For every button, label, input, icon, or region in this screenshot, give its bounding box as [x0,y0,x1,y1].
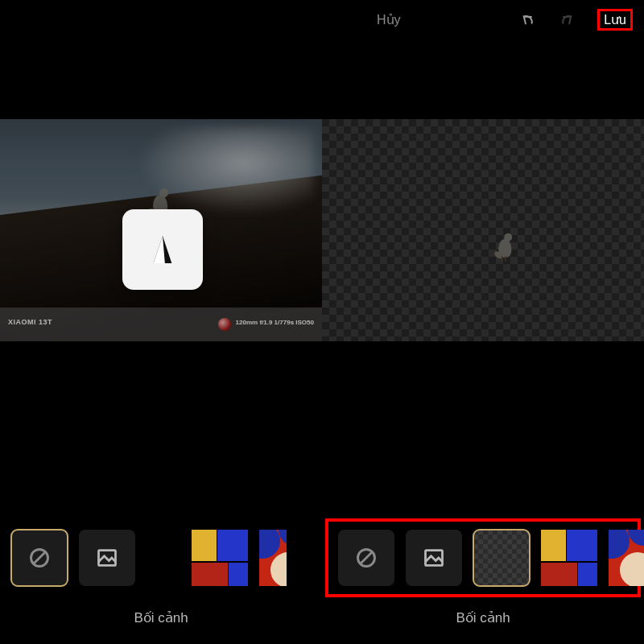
swatch-circles[interactable] [609,530,644,586]
save-button[interactable]: Lưu [599,10,631,29]
photo-preview: XIAOMI 13T 120mm f/1.9 1/779s ISO50 [0,119,322,341]
bird-cutout [494,230,519,261]
swatch-image[interactable] [406,530,462,586]
top-bar: Hủy Lưu [322,0,644,39]
swatch-circles[interactable] [259,530,287,586]
editor-screen-right: Hủy Lưu [322,0,644,644]
svg-line-1 [34,552,45,564]
transparent-checker [322,119,644,341]
watermark-exif: 120mm f/1.9 1/779s ISO50 [236,319,314,326]
metronome-icon [149,233,176,266]
swatch-color-blocks[interactable] [541,530,597,586]
cutout-preview [322,119,644,341]
none-icon [355,547,378,569]
editor-screen-left: XIAOMI 13T 120mm f/1.9 1/779s ISO50 [0,0,322,644]
undo-icon[interactable] [518,10,536,28]
swatch-transparent[interactable] [473,530,530,586]
section-label: Bối cảnh [322,609,644,626]
svg-line-4 [361,552,372,564]
cancel-button[interactable]: Hủy [377,12,401,27]
redo-icon[interactable] [559,10,576,28]
background-swatch-row [11,525,287,591]
swatch-color-blocks[interactable] [192,530,248,586]
leica-badge-icon [218,318,231,331]
watermark-strip: XIAOMI 13T 120mm f/1.9 1/779s ISO50 [0,308,322,341]
swatch-none[interactable] [338,530,394,586]
image-icon [96,547,118,569]
processing-indicator [122,209,203,290]
background-swatch-row [330,525,644,591]
none-icon [28,547,51,569]
swatch-image[interactable] [79,530,135,586]
image-icon [423,547,445,569]
section-label: Bối cảnh [0,609,322,626]
swatch-none[interactable] [11,530,68,586]
watermark-device: XIAOMI 13T [8,318,52,326]
